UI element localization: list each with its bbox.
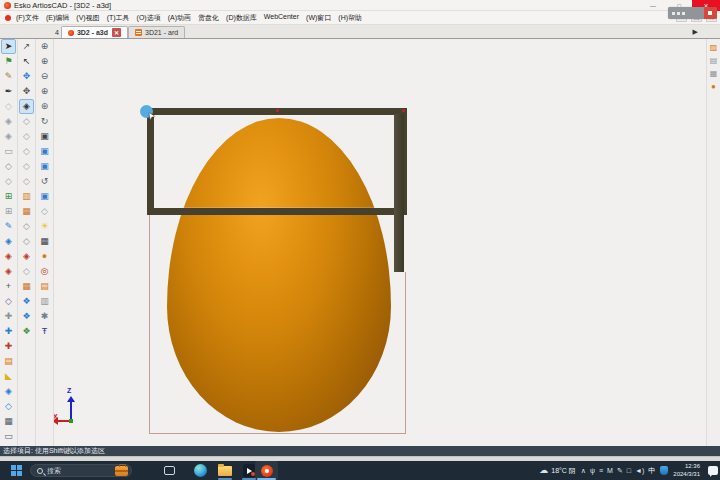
dash-circle-red-icon[interactable]: ◎ [37,264,52,279]
menu-item-database[interactable]: (D)数据库 [226,13,257,23]
grid-gray-icon[interactable]: ⊞ [1,204,16,219]
tab-scroll-right-icon[interactable]: ▶ [693,28,698,36]
front-view-icon[interactable]: ◇ [19,114,34,129]
ime-indicator[interactable]: 中 [648,467,655,474]
menu-item-options[interactable]: (O)选项 [137,13,161,23]
zoom-out-icon[interactable]: ⊖ [37,69,52,84]
tab-3d21-ard[interactable]: 3D21 - ard [128,26,185,38]
fold-carton-icon[interactable]: ▥ [19,189,34,204]
board-info-icon[interactable]: ▥ [37,294,52,309]
shape-tool-icon[interactable]: ◇ [1,294,16,309]
rotate-view-icon[interactable]: ↻ [37,114,52,129]
screen-dark-icon[interactable]: ▦ [37,234,52,249]
frame-select-icon[interactable]: ▭ [1,144,16,159]
zoom-extents-icon[interactable]: ⊛ [37,99,52,114]
dimension-tool-icon[interactable]: ↗ [19,39,34,54]
view-cube-faint-icon[interactable]: ◇ [1,99,16,114]
dashed-cube-icon[interactable]: ◇ [1,159,16,174]
panel-orange-icon[interactable]: ▨ [708,41,720,54]
ball-orange-icon[interactable]: ● [708,80,720,93]
doc-orange-icon[interactable]: ▤ [37,279,52,294]
security-shield-icon[interactable] [660,466,668,475]
multi-cube-3-icon[interactable]: ❖ [19,324,34,339]
multi-cube-icon[interactable]: ❖ [19,294,34,309]
overlay-record-button[interactable] [704,7,717,19]
select-part-tool-icon[interactable]: ⚑ [1,54,16,69]
diamond-blue-icon[interactable]: ◈ [1,234,16,249]
clip-blue-icon[interactable]: ✚ [1,324,16,339]
start-button[interactable] [6,461,26,480]
gears-icon[interactable]: ✱ [37,309,52,324]
zoom-in-icon[interactable]: ⊕ [37,84,52,99]
cube-move-icon[interactable]: ◇ [1,174,16,189]
menu-item-tools[interactable]: (T)工具 [107,13,130,23]
wire-cube-2-icon[interactable]: ◇ [19,234,34,249]
taskbar-clock[interactable]: 12:36 2024/3/31 [673,463,700,479]
back-view-icon[interactable]: ◇ [19,159,34,174]
monitor-icon[interactable]: ▭ [1,429,16,444]
taskbar-search[interactable]: 搜索 [30,464,132,477]
hidden-icons-chevron[interactable]: ∧ [581,467,586,474]
carton-frame-part[interactable] [147,108,407,215]
knife-tool-icon[interactable]: ✎ [1,69,16,84]
wire-cube-icon[interactable]: ◇ [19,219,34,234]
weather-widget[interactable]: ☁ 18°C 阴 [539,466,576,476]
clip-tool-icon[interactable]: ✚ [1,309,16,324]
table-orange-icon[interactable]: ▤ [1,354,16,369]
multi-cube-2-icon[interactable]: ❖ [19,309,34,324]
edge-browser-button[interactable] [190,461,210,480]
cube-blue-icon[interactable]: ◈ [1,384,16,399]
panel-gray-icon[interactable]: ▤ [708,54,720,67]
menu-item-window[interactable]: (W)窗口 [306,13,331,23]
display-icon[interactable]: □ [627,467,631,474]
mixer-icon[interactable]: ≡ [599,467,603,474]
microphone-icon[interactable]: ψ [590,467,595,474]
arrow-tool-icon[interactable]: ✒ [1,84,16,99]
pencil-blue-icon[interactable]: ✎ [1,219,16,234]
scene-image-icon[interactable]: ▦ [19,204,34,219]
t-square-icon[interactable]: Ŧ [37,324,52,339]
camera-blue-2-icon[interactable]: ▣ [37,159,52,174]
move-copy-icon[interactable]: ✥ [19,84,34,99]
menu-item-help[interactable]: (H)帮助 [338,13,362,23]
menu-item-animation[interactable]: (A)动画 [168,13,191,23]
solid-cube-icon[interactable]: ◇ [19,264,34,279]
select-arrow-icon[interactable]: ↖ [19,54,34,69]
menu-item-file[interactable]: (F)文件 [16,13,39,23]
pin-tool-icon[interactable]: + [1,279,16,294]
sphere-orange-icon[interactable]: ● [37,249,52,264]
iso-view-icon[interactable]: ◈ [19,99,34,114]
side-view-icon[interactable]: ◇ [19,129,34,144]
scene-image-2-icon[interactable]: ▦ [19,279,34,294]
3d-viewport[interactable]: ➤ Z X [54,39,706,446]
view-cube-icon[interactable]: ◈ [1,114,16,129]
pen-icon[interactable]: ✎ [617,467,623,474]
cube-blue-2-icon[interactable]: ◇ [1,399,16,414]
minimize-button[interactable]: — [640,0,666,11]
menu-item-webcenter[interactable]: WebCenter [264,13,299,23]
move-point-icon[interactable]: ✥ [19,69,34,84]
view-cube-2-icon[interactable]: ◈ [1,129,16,144]
fold-yellow-icon[interactable]: ◣ [1,369,16,384]
zoom-sel-icon[interactable]: ⊕ [37,54,52,69]
select-tool-icon[interactable]: ➤ [1,39,16,54]
menu-item-palletization[interactable]: 货盘化 [198,13,219,23]
volume-icon[interactable]: ◄) [635,467,644,474]
diamond-red-2-icon[interactable]: ◈ [1,264,16,279]
camera-blue-icon[interactable]: ▣ [37,144,52,159]
light-bulb-icon[interactable]: ☀ [37,219,52,234]
camera-icon[interactable]: ▣ [37,129,52,144]
grid-green-icon[interactable]: ⊞ [1,189,16,204]
tab-3d2-a3d[interactable]: 3D2 - a3d ✕ [61,26,128,38]
bottom-view-icon[interactable]: ◇ [19,174,34,189]
dash-cube-red-icon[interactable]: ◈ [19,249,34,264]
top-view-icon[interactable]: ◇ [19,144,34,159]
clip-red-icon[interactable]: ✚ [1,339,16,354]
diamond-red-icon[interactable]: ◈ [1,249,16,264]
menu-item-view[interactable]: (V)视图 [76,13,99,23]
tab-close-icon[interactable]: ✕ [112,28,121,37]
task-view-button[interactable] [160,461,178,480]
panel-blue-icon[interactable]: ▣ [37,189,52,204]
screen-icon[interactable]: ▦ [1,414,16,429]
rotate-ccw-icon[interactable]: ↺ [37,174,52,189]
